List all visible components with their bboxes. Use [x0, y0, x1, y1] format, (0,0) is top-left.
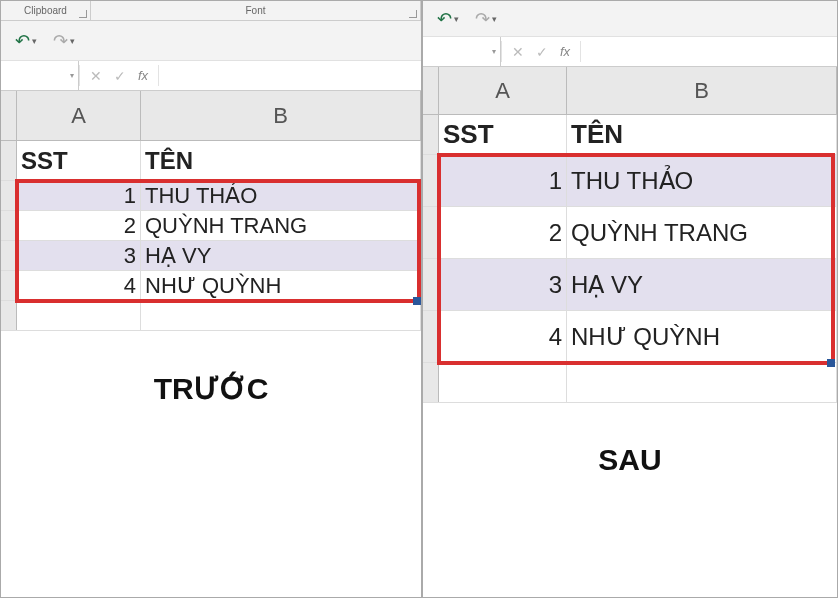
- cell-name[interactable]: QUỲNH TRANG: [141, 211, 421, 240]
- table-row: 2 QUỲNH TRANG: [1, 211, 421, 241]
- empty-cell[interactable]: [141, 301, 421, 330]
- formula-bar: ▾ ✕ ✓ fx: [423, 37, 837, 67]
- cell-sst[interactable]: 1: [17, 181, 141, 210]
- table-row: 4 NHƯ QUỲNH: [423, 311, 837, 363]
- ribbon-group-clipboard[interactable]: Clipboard: [1, 1, 91, 20]
- chevron-down-icon[interactable]: ▾: [32, 36, 37, 46]
- empty-cell[interactable]: [439, 363, 567, 402]
- insert-function-button[interactable]: fx: [138, 68, 148, 83]
- select-all-corner[interactable]: [423, 67, 439, 114]
- cell-name[interactable]: QUỲNH TRANG: [567, 207, 837, 258]
- cell-sst[interactable]: 4: [17, 271, 141, 300]
- chevron-down-icon[interactable]: ▾: [70, 36, 75, 46]
- row-header[interactable]: [1, 241, 17, 270]
- chevron-down-icon[interactable]: ▾: [70, 71, 74, 80]
- table-row: 1 THU THẢO: [1, 181, 421, 211]
- row-header[interactable]: [1, 301, 17, 330]
- column-header-a[interactable]: A: [439, 67, 567, 114]
- table-row: [1, 301, 421, 331]
- ribbon-group-font[interactable]: Font: [91, 1, 421, 20]
- excel-pane-after: ↶ ▾ ↷ ▾ ▾ ✕ ✓ fx A B SST TÊN: [422, 0, 838, 598]
- spreadsheet-grid[interactable]: SST TÊN 1 THU THẢO 2 QUỲNH TRANG 3 HẠ VY…: [1, 141, 421, 406]
- dialog-launcher-icon[interactable]: [79, 10, 87, 18]
- formula-bar-buttons: ✕ ✓ fx: [502, 37, 580, 66]
- table-row: 3 HẠ VY: [423, 259, 837, 311]
- column-header-a[interactable]: A: [17, 91, 141, 140]
- cell-sst[interactable]: 3: [439, 259, 567, 310]
- row-header[interactable]: [1, 211, 17, 240]
- cell-header-ten[interactable]: TÊN: [141, 141, 421, 180]
- cell-name[interactable]: HẠ VY: [141, 241, 421, 270]
- row-header[interactable]: [423, 363, 439, 402]
- formula-input[interactable]: [581, 37, 837, 66]
- formula-bar: ▾ ✕ ✓ fx: [1, 61, 421, 91]
- cell-header-ten[interactable]: TÊN: [567, 115, 837, 154]
- row-header[interactable]: [423, 115, 439, 154]
- table-row: 1 THU THẢO: [423, 155, 837, 207]
- chevron-down-icon[interactable]: ▾: [492, 47, 496, 56]
- redo-icon: ↷: [53, 30, 68, 52]
- dialog-launcher-icon[interactable]: [409, 10, 417, 18]
- cell-name[interactable]: THU THẢO: [567, 155, 837, 206]
- redo-icon: ↷: [475, 8, 490, 30]
- confirm-icon[interactable]: ✓: [114, 68, 126, 84]
- undo-icon: ↶: [15, 30, 30, 52]
- cancel-icon[interactable]: ✕: [90, 68, 102, 84]
- redo-button[interactable]: ↷ ▾: [53, 30, 75, 52]
- row-header[interactable]: [423, 311, 439, 362]
- cell-sst[interactable]: 2: [439, 207, 567, 258]
- undo-icon: ↶: [437, 8, 452, 30]
- cell-sst[interactable]: 2: [17, 211, 141, 240]
- name-box[interactable]: ▾: [1, 61, 79, 90]
- column-headers: A B: [1, 91, 421, 141]
- row-header[interactable]: [423, 259, 439, 310]
- ribbon-group-font-label: Font: [245, 5, 265, 16]
- undo-button[interactable]: ↶ ▾: [437, 8, 459, 30]
- row-header[interactable]: [423, 207, 439, 258]
- cell-sst[interactable]: 1: [439, 155, 567, 206]
- caption-before: TRƯỚC: [1, 371, 421, 406]
- insert-function-button[interactable]: fx: [560, 44, 570, 59]
- cell-name[interactable]: NHƯ QUỲNH: [567, 311, 837, 362]
- undo-button[interactable]: ↶ ▾: [15, 30, 37, 52]
- table-row: SST TÊN: [1, 141, 421, 181]
- excel-pane-before: Clipboard Font ↶ ▾ ↷ ▾ ▾ ✕ ✓ fx: [0, 0, 422, 598]
- spreadsheet-grid[interactable]: SST TÊN 1 THU THẢO 2 QUỲNH TRANG 3 HẠ VY…: [423, 115, 837, 477]
- chevron-down-icon[interactable]: ▾: [454, 14, 459, 24]
- cell-sst[interactable]: 4: [439, 311, 567, 362]
- select-all-corner[interactable]: [1, 91, 17, 140]
- row-header[interactable]: [1, 141, 17, 180]
- confirm-icon[interactable]: ✓: [536, 44, 548, 60]
- column-header-b[interactable]: B: [141, 91, 421, 140]
- cell-name[interactable]: HẠ VY: [567, 259, 837, 310]
- quick-access-toolbar: ↶ ▾ ↷ ▾: [1, 21, 421, 61]
- caption-after: SAU: [423, 443, 837, 477]
- cell-header-sst[interactable]: SST: [17, 141, 141, 180]
- name-box[interactable]: ▾: [423, 37, 501, 66]
- empty-cell[interactable]: [567, 363, 837, 402]
- table-row: [423, 363, 837, 403]
- cell-header-sst[interactable]: SST: [439, 115, 567, 154]
- formula-bar-buttons: ✕ ✓ fx: [80, 61, 158, 90]
- row-header[interactable]: [423, 155, 439, 206]
- row-header[interactable]: [1, 271, 17, 300]
- table-row: 2 QUỲNH TRANG: [423, 207, 837, 259]
- row-header[interactable]: [1, 181, 17, 210]
- quick-access-toolbar: ↶ ▾ ↷ ▾: [423, 1, 837, 37]
- empty-cell[interactable]: [17, 301, 141, 330]
- ribbon-group-clipboard-label: Clipboard: [24, 5, 67, 16]
- cell-name[interactable]: THU THẢO: [141, 181, 421, 210]
- column-headers: A B: [423, 67, 837, 115]
- column-header-b[interactable]: B: [567, 67, 837, 114]
- cell-sst[interactable]: 3: [17, 241, 141, 270]
- redo-button[interactable]: ↷ ▾: [475, 8, 497, 30]
- table-row: SST TÊN: [423, 115, 837, 155]
- table-row: 3 HẠ VY: [1, 241, 421, 271]
- cancel-icon[interactable]: ✕: [512, 44, 524, 60]
- chevron-down-icon[interactable]: ▾: [492, 14, 497, 24]
- table-row: 4 NHƯ QUỲNH: [1, 271, 421, 301]
- cell-name[interactable]: NHƯ QUỲNH: [141, 271, 421, 300]
- formula-input[interactable]: [159, 61, 421, 90]
- ribbon-group-labels: Clipboard Font: [1, 1, 421, 21]
